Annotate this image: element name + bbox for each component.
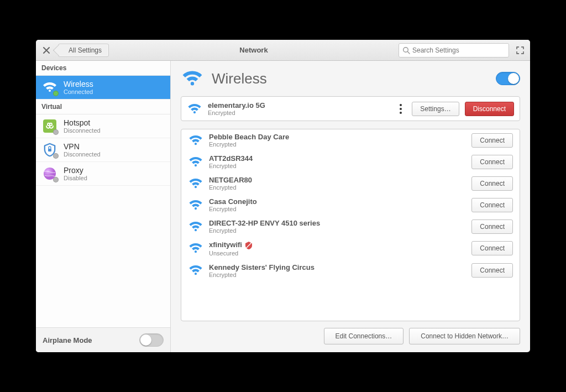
network-list-scroll[interactable]: Pebble Beach Day CareEncryptedConnectATT… <box>181 129 520 321</box>
connect-button[interactable]: Connect <box>471 219 513 234</box>
wifi-icon <box>188 242 203 255</box>
network-row: xfinitywifi UnsecuredConnect <box>181 237 520 260</box>
network-sub: Encrypted <box>209 227 466 234</box>
sidebar-item-sub: Disabled <box>64 175 87 181</box>
sidebar-item-proxy[interactable]: Proxy Disabled <box>36 162 170 186</box>
window-body: Devices Wireless Connected Virtual <box>36 61 530 352</box>
airplane-label: Airplane Mode <box>43 336 92 344</box>
sidebar-item-label: VPN <box>64 142 101 151</box>
footer: Edit Connections… Connect to Hidden Netw… <box>181 328 520 344</box>
connect-button[interactable]: Connect <box>471 198 513 212</box>
network-name: Casa Conejito <box>209 197 466 206</box>
connect-hidden-button[interactable]: Connect to Hidden Network… <box>409 328 520 344</box>
network-row: ATT2dSR344EncryptedConnect <box>181 151 520 173</box>
status-dot-connected <box>53 91 59 96</box>
network-list: Pebble Beach Day CareEncryptedConnectATT… <box>181 129 520 321</box>
proxy-icon <box>41 165 58 182</box>
current-network-name: elementary.io 5G <box>208 101 390 109</box>
network-name: NETGEAR80 <box>209 176 466 184</box>
maximize-button[interactable] <box>515 46 526 54</box>
close-button[interactable] <box>40 44 53 56</box>
sidebar-item-sub: Disconnected <box>64 151 101 158</box>
close-icon <box>43 47 50 54</box>
network-name: Pebble Beach Day Care <box>209 133 466 141</box>
search-input[interactable] <box>410 46 505 54</box>
sidebar-item-label: Hotspot <box>64 118 101 127</box>
disconnect-button[interactable]: Disconnect <box>465 102 514 116</box>
wifi-icon <box>187 102 202 116</box>
titlebar: All Settings Network <box>36 40 530 61</box>
sidebar-item-wireless[interactable]: Wireless Connected <box>36 76 170 100</box>
sidebar-item-vpn[interactable]: VPN Disconnected <box>36 138 170 162</box>
airplane-mode-row: Airplane Mode <box>36 327 170 352</box>
airplane-toggle[interactable] <box>139 333 164 347</box>
connect-button[interactable]: Connect <box>471 133 513 148</box>
sidebar-item-hotspot[interactable]: Hotspot Disconnected <box>36 114 170 138</box>
current-network-card: elementary.io 5G Encrypted Settings… Dis… <box>181 96 520 121</box>
network-sub: Encrypted <box>209 141 466 148</box>
network-name: DIRECT-32-HP ENVY 4510 series <box>209 219 466 227</box>
wifi-large-icon <box>181 69 204 88</box>
wifi-icon <box>188 177 203 190</box>
network-name: ATT2dSR344 <box>209 154 466 163</box>
wifi-icon <box>41 79 58 96</box>
main-panel: Wireless elementary.io 5G Encrypted Sett… <box>171 61 530 352</box>
network-row: NETGEAR80EncryptedConnect <box>181 173 520 194</box>
unsecured-icon <box>244 241 253 250</box>
sidebar-list: Devices Wireless Connected Virtual <box>36 61 170 327</box>
window-title: Network <box>109 46 399 54</box>
wifi-icon <box>188 155 203 169</box>
status-dot-disabled <box>53 177 59 182</box>
network-row: DIRECT-32-HP ENVY 4510 seriesEncryptedCo… <box>181 216 520 237</box>
network-window: All Settings Network Devices Wireless <box>36 40 530 352</box>
search-icon <box>402 46 410 54</box>
network-sub: Encrypted <box>209 206 466 212</box>
network-sub: Encrypted <box>209 163 466 169</box>
svg-line-1 <box>408 51 410 54</box>
main-header: Wireless <box>181 61 520 96</box>
breadcrumb-all-settings[interactable]: All Settings <box>58 44 109 57</box>
edit-connections-button[interactable]: Edit Connections… <box>324 328 404 344</box>
svg-rect-3 <box>48 149 51 151</box>
connect-button[interactable]: Connect <box>471 241 513 255</box>
sidebar: Devices Wireless Connected Virtual <box>36 61 171 352</box>
expand-icon <box>516 46 524 54</box>
wireless-toggle[interactable] <box>496 72 520 85</box>
connect-button[interactable]: Connect <box>471 263 513 278</box>
sidebar-item-label: Wireless <box>64 80 93 88</box>
current-network-sub: Encrypted <box>208 109 390 116</box>
settings-button[interactable]: Settings… <box>412 102 459 116</box>
status-dot-disconnected <box>53 153 59 159</box>
network-row: Pebble Beach Day CareEncryptedConnect <box>181 129 520 151</box>
network-row: Kennedy Sisters' Flying CircusEncryptedC… <box>181 260 520 281</box>
network-row: Casa ConejitoEncryptedConnect <box>181 194 520 216</box>
page-title: Wireless <box>212 70 267 87</box>
sidebar-section-devices: Devices <box>36 61 170 76</box>
network-sub: Unsecured <box>209 250 466 257</box>
wifi-icon <box>188 264 203 277</box>
connect-button[interactable]: Connect <box>471 155 513 169</box>
wifi-icon <box>188 134 203 147</box>
sidebar-item-sub: Connected <box>64 88 93 95</box>
status-dot-disconnected <box>53 129 59 135</box>
sidebar-item-sub: Disconnected <box>64 127 101 134</box>
breadcrumb-label: All Settings <box>69 46 102 54</box>
hotspot-icon <box>41 118 58 134</box>
wifi-icon <box>188 220 203 233</box>
network-sub: Encrypted <box>209 271 466 278</box>
sidebar-section-virtual: Virtual <box>36 100 170 114</box>
network-name: Kennedy Sisters' Flying Circus <box>209 263 466 271</box>
network-sub: Encrypted <box>209 184 466 191</box>
network-menu-button[interactable] <box>395 104 406 114</box>
wifi-icon <box>188 198 203 212</box>
vpn-icon <box>41 142 58 158</box>
connect-button[interactable]: Connect <box>471 176 513 191</box>
search-box[interactable] <box>399 43 509 58</box>
sidebar-item-label: Proxy <box>64 166 87 175</box>
network-name: xfinitywifi <box>209 241 466 250</box>
